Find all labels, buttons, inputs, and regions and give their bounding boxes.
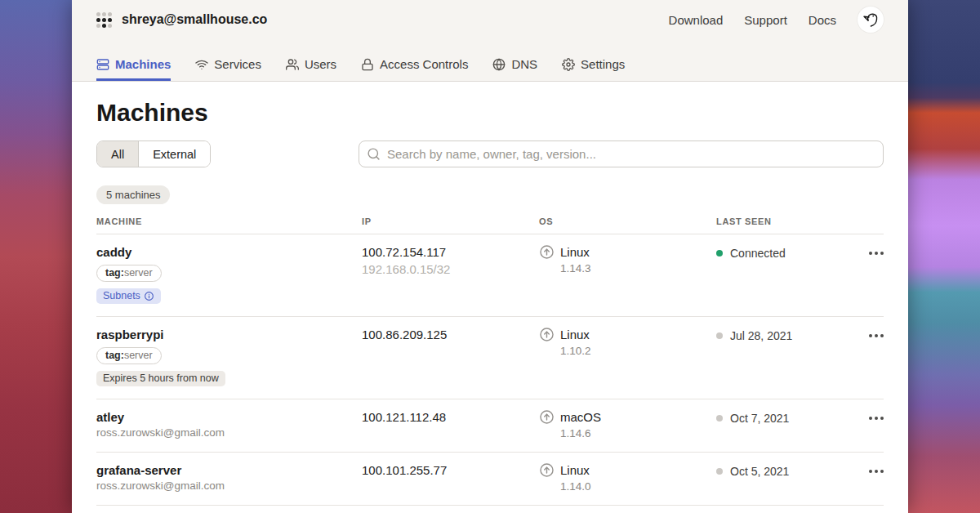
list-controls: All External: [96, 141, 884, 167]
machine-cell: caddy tag:server Subnets: [96, 245, 362, 304]
machine-filter-toggle: All External: [96, 141, 211, 167]
table-row: atley ross.zurowski@gmail.com 100.121.11…: [96, 399, 884, 453]
expiry-badge: Expires 5 hours from now: [96, 371, 225, 386]
update-available-icon: [539, 327, 555, 342]
last-seen-cell: Oct 7, 2021: [716, 412, 853, 425]
last-seen-cell: Jul 28, 2021: [716, 329, 853, 342]
machine-name[interactable]: atley: [96, 410, 362, 424]
table-row: tibor ross.zurowski@gmail.com 100.127.75…: [96, 506, 884, 513]
subnets-badge[interactable]: Subnets: [96, 288, 161, 304]
last-seen-cell: Oct 5, 2021: [716, 465, 853, 478]
row-menu-button[interactable]: [853, 470, 884, 473]
os-version: 1.14.0: [560, 480, 591, 493]
server-icon: [96, 58, 109, 71]
ip-primary: 100.86.209.125: [362, 328, 539, 341]
status-dot: [716, 332, 723, 339]
os-cell: Linux 1.10.2: [539, 328, 716, 357]
tab-settings[interactable]: Settings: [562, 57, 625, 81]
gear-icon: [562, 58, 575, 71]
last-seen-text: Oct 5, 2021: [730, 465, 789, 478]
account-email[interactable]: shreya@smallhouse.co: [122, 12, 267, 27]
expiry-label: Expires 5 hours from now: [103, 372, 219, 384]
col-header-last-seen: LAST SEEN: [716, 216, 853, 226]
filter-all-button[interactable]: All: [97, 141, 138, 167]
machine-name[interactable]: grafana-server: [96, 463, 362, 477]
os-name: Linux: [560, 328, 591, 341]
machine-owner: ross.zurowski@gmail.com: [96, 480, 362, 492]
support-link[interactable]: Support: [744, 13, 787, 27]
col-header-machine: MACHINE: [96, 216, 362, 226]
table-header-row: MACHINE IP OS LAST SEEN: [96, 216, 884, 234]
desktop-wallpaper-right: [908, 0, 980, 513]
primary-nav: Machines Services Users Access Controls …: [96, 57, 884, 81]
filter-external-button[interactable]: External: [138, 141, 210, 167]
ip-cell: 100.101.255.77: [362, 463, 539, 477]
tag-pill: tag:server: [96, 265, 162, 282]
row-menu-button[interactable]: [853, 334, 884, 337]
machine-cell: raspberrypi tag:server Expires 5 hours f…: [96, 328, 362, 386]
machines-page: Machines All External 5 machines MACHINE…: [72, 99, 908, 513]
os-name: Linux: [560, 245, 591, 259]
machine-owner: ross.zurowski@gmail.com: [96, 426, 362, 439]
ip-cell: 100.72.154.117 192.168.0.15/32: [362, 245, 539, 276]
col-header-os: OS: [539, 216, 716, 226]
tab-dns[interactable]: DNS: [492, 57, 537, 81]
ip-primary: 100.121.112.48: [362, 410, 539, 424]
last-seen-text: Connected: [730, 247, 786, 260]
desktop-wallpaper-left: [0, 0, 72, 513]
page-title: Machines: [96, 99, 884, 127]
status-dot: [716, 415, 723, 422]
topbar-links: Download Support Docs: [669, 7, 884, 33]
tag-prefix: tag:: [105, 350, 124, 361]
topbar: shreya@smallhouse.co Download Support Do…: [96, 0, 884, 34]
wifi-icon: [195, 58, 208, 71]
table-row: caddy tag:server Subnets 100.72.154.117 …: [96, 234, 884, 317]
ip-primary: 100.101.255.77: [362, 463, 539, 477]
info-icon: [144, 291, 154, 301]
os-version: 1.10.2: [560, 345, 591, 357]
table-row: grafana-server ross.zurowski@gmail.com 1…: [96, 453, 884, 506]
tab-access-controls[interactable]: Access Controls: [361, 57, 468, 81]
search-box: [359, 141, 884, 167]
os-cell: macOS 1.14.6: [539, 410, 716, 439]
ip-cell: 100.121.112.48: [362, 410, 539, 424]
os-cell: Linux 1.14.0: [539, 463, 716, 493]
search-icon: [367, 147, 381, 161]
tab-dns-label: DNS: [511, 57, 537, 71]
docs-link[interactable]: Docs: [808, 13, 836, 27]
tab-machines[interactable]: Machines: [96, 57, 171, 81]
last-seen-text: Jul 28, 2021: [730, 329, 792, 342]
last-seen-text: Oct 7, 2021: [730, 412, 789, 425]
update-available-icon: [539, 409, 555, 425]
tab-services[interactable]: Services: [195, 57, 261, 81]
ip-secondary: 192.168.0.15/32: [362, 262, 539, 276]
machine-count-badge: 5 machines: [96, 185, 170, 204]
search-input[interactable]: [359, 141, 884, 167]
tailscale-logo-icon[interactable]: [96, 12, 112, 28]
tag-name: server: [124, 350, 153, 361]
machine-name[interactable]: raspberrypi: [96, 328, 362, 341]
tab-settings-label: Settings: [581, 57, 625, 71]
tag-prefix: tag:: [105, 267, 124, 279]
tag-pill: tag:server: [96, 347, 162, 364]
users-icon: [286, 58, 299, 71]
admin-console-window: shreya@smallhouse.co Download Support Do…: [72, 0, 908, 513]
last-seen-cell: Connected: [716, 247, 853, 260]
row-menu-button[interactable]: [853, 252, 884, 255]
bird-avatar-icon: [861, 10, 880, 29]
tab-users-label: Users: [305, 57, 336, 71]
globe-icon: [492, 58, 506, 71]
tab-machines-label: Machines: [115, 57, 171, 71]
subnets-label: Subnets: [103, 290, 140, 301]
tab-users[interactable]: Users: [286, 57, 336, 81]
os-name: macOS: [560, 410, 601, 424]
download-link[interactable]: Download: [669, 13, 724, 27]
os-cell: Linux 1.14.3: [539, 245, 716, 274]
lock-icon: [361, 58, 374, 71]
machine-name[interactable]: caddy: [96, 245, 362, 259]
ip-cell: 100.86.209.125: [362, 328, 539, 341]
row-menu-button[interactable]: [853, 417, 884, 420]
machine-cell: atley ross.zurowski@gmail.com: [96, 410, 362, 439]
tab-services-label: Services: [214, 57, 261, 71]
user-avatar[interactable]: [858, 7, 884, 33]
